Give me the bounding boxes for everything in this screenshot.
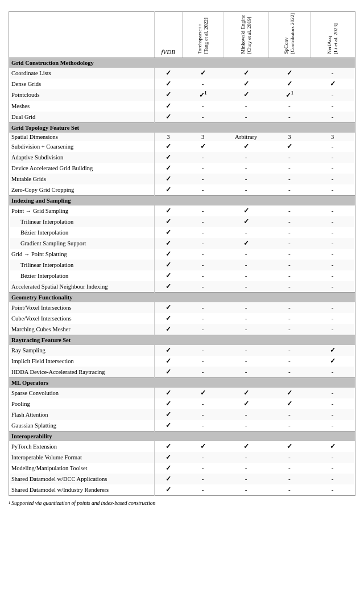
- fvdb-cell: ✓: [154, 398, 182, 409]
- nerfacq-cell: -: [310, 112, 355, 123]
- table-row: Gradient Sampling Support✓-✓--: [9, 238, 355, 249]
- nerfacq-cell: -: [310, 205, 355, 216]
- minkowski-cell: -: [224, 484, 268, 496]
- feature-cell: Spatial Dimensions: [9, 133, 155, 141]
- torchsparse-cell: -: [182, 174, 224, 184]
- minkowski-cell: -: [224, 184, 268, 196]
- minkowski-cell: -: [224, 249, 268, 260]
- table-row: Accelerated Spatial Neighbour Indexing✓-…: [9, 281, 355, 293]
- section-header-row: Geometry Functionality: [9, 292, 355, 302]
- spconv-cell: ✓: [268, 141, 310, 152]
- fvdb-cell: ✓: [154, 409, 182, 420]
- feature-cell: HDDA Device-Accelerated Raytracing: [9, 367, 155, 378]
- spconv-cell: -: [268, 313, 310, 324]
- minkowski-cell: -: [224, 452, 268, 463]
- torchsparse-cell: -: [182, 249, 224, 260]
- section-header-row: Interoperability: [9, 431, 355, 441]
- feature-cell: Sparse Convolution: [9, 388, 155, 398]
- section-header-row: Grid Topology Feature Set: [9, 122, 355, 133]
- minkowski-cell: -: [224, 101, 268, 112]
- table-row: Cube/Voxel Intersections✓----: [9, 313, 355, 324]
- table-row: Trilinear Interpolation✓-✓--: [9, 216, 355, 227]
- torchsparse-label: Torchsparse++[Tang et al. 2022]: [197, 18, 209, 54]
- feature-cell: Meshes: [9, 101, 155, 112]
- spconv-cell: -: [268, 409, 310, 420]
- fvdb-cell: 3: [154, 133, 182, 141]
- nerfacq-cell: -: [310, 216, 355, 227]
- fvdb-cell: ✓: [154, 79, 182, 89]
- fvdb-cell: ✓: [154, 238, 182, 249]
- table-row: Trilinear Interpolation✓----: [9, 260, 355, 270]
- section-title: ML Operators: [9, 377, 355, 388]
- comparison-table-container: fVDB Torchsparse++[Tang et al. 2022] Min…: [9, 11, 355, 506]
- feature-cell: Subdivision + Coarsening: [9, 141, 155, 152]
- nerfacq-cell: -: [310, 270, 355, 281]
- torchsparse-cell: ✓1: [182, 89, 224, 101]
- table-row: Mutable Grids✓----: [9, 174, 355, 184]
- nerfacq-cell: -: [310, 409, 355, 420]
- spconv-cell: -: [268, 112, 310, 123]
- fvdb-cell: ✓: [154, 163, 182, 174]
- torchsparse-cell: -: [182, 270, 224, 281]
- feature-cell: Modeling/Manipulation Toolset: [9, 463, 155, 474]
- nerfacq-cell: ✓: [310, 356, 355, 367]
- nerfacq-cell: -: [310, 68, 355, 79]
- fvdb-cell: ✓: [154, 463, 182, 474]
- minkowski-cell: -: [224, 420, 268, 431]
- minkowski-cell: -: [224, 112, 268, 123]
- spconv-cell: -: [268, 101, 310, 112]
- torchsparse-cell: 3: [182, 133, 224, 141]
- nerfacq-cell: -: [310, 260, 355, 270]
- fvdb-cell: ✓: [154, 68, 182, 79]
- fvdb-cell: ✓: [154, 474, 182, 484]
- minkowski-cell: ✓: [224, 398, 268, 409]
- spconv-cell: -: [268, 260, 310, 270]
- spconv-cell: -: [268, 324, 310, 335]
- table-row: Interoperable Volume Format✓----: [9, 452, 355, 463]
- minkowski-cell: -: [224, 227, 268, 238]
- spconv-cell: -: [268, 238, 310, 249]
- spconv-cell: -: [268, 184, 310, 196]
- spconv-cell: 3: [268, 133, 310, 141]
- minkowski-cell: ✓: [224, 79, 268, 89]
- table-row: Grid → Point Splatting✓----: [9, 249, 355, 260]
- nerfacq-cell: -: [310, 367, 355, 378]
- fvdb-cell: ✓: [154, 324, 182, 335]
- table-row: HDDA Device-Accelerated Raytracing✓----: [9, 367, 355, 378]
- nerfacq-cell: -: [310, 163, 355, 174]
- feature-cell: Marching Cubes Mesher: [9, 324, 155, 335]
- feature-cell: PyTorch Extension: [9, 441, 155, 452]
- minkowski-cell: -: [224, 163, 268, 174]
- nerfacq-cell: ✓: [310, 441, 355, 452]
- table-row: Dual Grid✓----: [9, 112, 355, 123]
- feature-cell: Bézier Interpolation: [9, 227, 155, 238]
- feature-cell: Dense Grids: [9, 79, 155, 89]
- minkowski-cell: -: [224, 324, 268, 335]
- nerfacq-label: NerfAcq[Li et al. 2023]: [326, 23, 339, 54]
- feature-column-header: [9, 12, 155, 58]
- table-row: Device Accelerated Grid Building✓----: [9, 163, 355, 174]
- feature-cell: Device Accelerated Grid Building: [9, 163, 155, 174]
- feature-cell: Gradient Sampling Support: [9, 238, 155, 249]
- fvdb-cell: ✓: [154, 216, 182, 227]
- spconv-label: SpConv[Contributors 2022]: [283, 13, 296, 54]
- table-row: Flash Attention✓----: [9, 409, 355, 420]
- fvdb-cell: ✓: [154, 184, 182, 196]
- spconv-cell: ✓: [268, 441, 310, 452]
- torchsparse-cell: -: [182, 163, 224, 174]
- minkowski-cell: ✓: [224, 205, 268, 216]
- nerfacq-column-header: NerfAcq[Li et al. 2023]: [310, 12, 355, 58]
- fvdb-cell: ✓: [154, 302, 182, 313]
- table-row: Pointclouds✓✓1✓✓1-: [9, 89, 355, 101]
- spconv-cell: -: [268, 345, 310, 356]
- fvdb-cell: ✓: [154, 260, 182, 270]
- torchsparse-cell: -: [182, 152, 224, 163]
- spconv-cell: ✓: [268, 68, 310, 79]
- nerfacq-cell: -: [310, 474, 355, 484]
- table-row: Meshes✓----: [9, 101, 355, 112]
- nerfacq-cell: -: [310, 184, 355, 196]
- feature-cell: Point/Voxel Intersections: [9, 302, 155, 313]
- spconv-cell: -: [268, 281, 310, 293]
- spconv-cell: -: [268, 463, 310, 474]
- feature-cell: Trilinear Interpolation: [9, 260, 155, 270]
